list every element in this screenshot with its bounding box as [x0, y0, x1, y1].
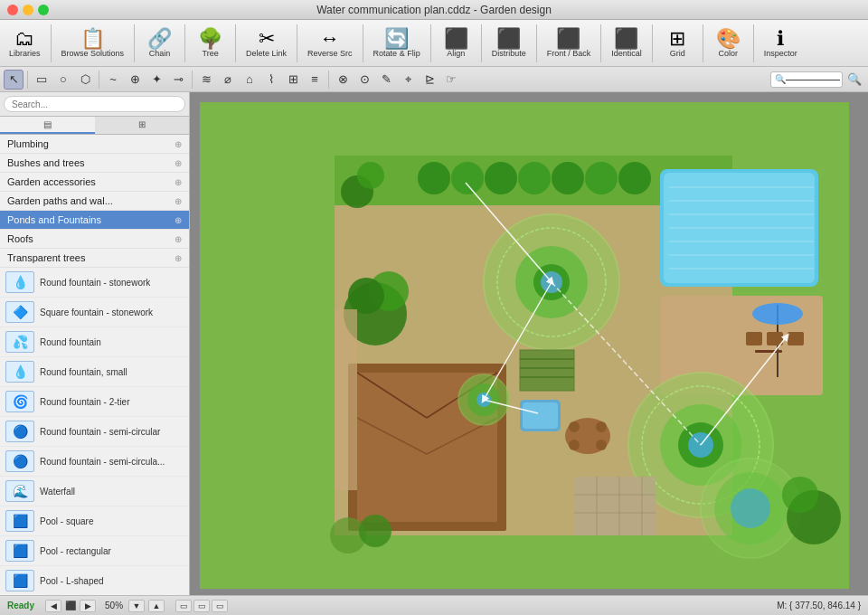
tool-btn-3[interactable]: ⬡ — [75, 70, 95, 90]
page-prev[interactable]: ◀ — [45, 600, 61, 612]
tool-btn-8[interactable]: ≋ — [196, 70, 216, 90]
shape-item-10[interactable]: 🟦 Pool - L-shaped — [0, 566, 189, 595]
svg-point-31 — [618, 162, 651, 194]
tool-btn-12[interactable]: ⊞ — [283, 70, 303, 90]
category-label-4: Ponds and Fountains — [7, 214, 101, 225]
toolbar-btn-front-/-back[interactable]: ⬛ Front / Back — [542, 27, 597, 60]
page-next[interactable]: ▶ — [80, 600, 96, 612]
category-item-5[interactable]: Roofs ⊕ — [0, 230, 189, 249]
zoom-level: 50% — [105, 601, 123, 610]
tool-btn-19[interactable]: ☞ — [441, 70, 461, 90]
category-item-3[interactable]: Garden paths and wal... ⊕ — [0, 192, 189, 211]
category-item-2[interactable]: Garden accessories ⊕ — [0, 173, 189, 192]
svg-point-28 — [518, 162, 551, 194]
shape-item-1[interactable]: 🔷 Square fountain - stonework — [0, 298, 189, 327]
tool-btn-1[interactable]: ▭ — [32, 70, 52, 90]
tool-btn-14[interactable]: ⊗ — [333, 70, 353, 90]
toolbar-btn-libraries[interactable]: 🗂 Libraries — [4, 27, 46, 60]
tool-btn-9[interactable]: ⌀ — [218, 70, 238, 90]
toolbar-btn-browse-solutions[interactable]: 📋 Browse Solutions — [56, 27, 130, 60]
page-view-btns: ▭ ▭ ▭ — [175, 600, 228, 612]
category-arrow-6: ⊕ — [175, 253, 182, 263]
toolbar-btn-delete-link[interactable]: ✂ Delete Link — [241, 27, 292, 60]
toolbar-btn-tree[interactable]: 🌳 Tree — [190, 27, 231, 60]
toolbar-label-6: Rotate & Flip — [373, 49, 420, 58]
shape-item-2[interactable]: 💦 Round fountain — [0, 327, 189, 357]
close-button[interactable] — [7, 5, 18, 15]
toolbar-icon-2: 🔗 — [147, 29, 172, 49]
category-arrow-1: ⊕ — [175, 158, 182, 168]
shape-item-8[interactable]: 🟦 Pool - square — [0, 506, 189, 536]
tool-btn-16[interactable]: ✎ — [376, 70, 396, 90]
traffic-lights[interactable] — [7, 5, 49, 15]
tool-btn-13[interactable]: ≡ — [305, 70, 325, 90]
canvas-area[interactable] — [190, 92, 868, 595]
svg-point-47 — [731, 488, 770, 528]
view-btn-3[interactable]: ▭ — [212, 600, 228, 612]
toolbar-label-3: Tree — [202, 49, 218, 58]
tool-btn-18[interactable]: ⊵ — [420, 70, 439, 90]
shape-item-4[interactable]: 🌀 Round fountain - 2-tier — [0, 387, 189, 417]
toolsbar: ↖▭○⬡~⊕✦⊸≋⌀⌂⌇⊞≡⊗⊙✎⌖⊵☞🔍 —————— 🔍 — [0, 67, 868, 92]
tool-btn-2[interactable]: ○ — [53, 70, 73, 90]
shape-item-3[interactable]: 💧 Round fountain, small — [0, 357, 189, 387]
category-item-4[interactable]: Ponds and Fountains ⊕ — [0, 211, 189, 230]
toolbar-btn-rotate-&-flip[interactable]: 🔄 Rotate & Flip — [368, 27, 426, 60]
toolbar-label-0: Libraries — [9, 49, 41, 58]
zoom-up[interactable]: ▲ — [148, 600, 165, 612]
toolbar-icon-4: ✂ — [259, 29, 275, 49]
category-item-1[interactable]: Bushes and trees ⊕ — [0, 154, 189, 173]
tool-btn-4[interactable]: ~ — [103, 70, 123, 90]
titlebar: Water communication plan.cddz - Garden d… — [0, 0, 868, 20]
tool-btn-15[interactable]: ⊙ — [354, 70, 374, 90]
svg-point-51 — [569, 421, 580, 432]
shape-item-7[interactable]: 🌊 Waterfall — [0, 477, 189, 506]
main-area: ▤ ⊞ Plumbing ⊕Bushes and trees ⊕Garden a… — [0, 92, 868, 595]
toolbar-btn-grid[interactable]: ⊞ Grid — [657, 27, 698, 60]
tool-btn-10[interactable]: ⌂ — [240, 70, 259, 90]
category-arrow-5: ⊕ — [175, 234, 182, 244]
tab-list[interactable]: ▤ — [0, 117, 95, 134]
toolbar-icon-9: ⬛ — [556, 29, 580, 49]
toolbar: 🗂 Libraries📋 Browse Solutions🔗 Chain🌳 Tr… — [0, 20, 868, 67]
toolbar-btn-inspector[interactable]: ℹ Inspector — [759, 27, 803, 60]
view-btn-1[interactable]: ▭ — [175, 600, 192, 612]
category-item-0[interactable]: Plumbing ⊕ — [0, 135, 189, 154]
maximize-button[interactable] — [38, 5, 49, 15]
search-input[interactable] — [4, 96, 185, 112]
tab-grid[interactable]: ⊞ — [95, 117, 190, 134]
toolbar-btn-reverse-src[interactable]: ↔ Reverse Src — [302, 27, 358, 60]
toolbar-icon-10: ⬛ — [614, 29, 638, 49]
toolbar-btn-align[interactable]: ⬛ Align — [436, 27, 476, 60]
tool-btn-5[interactable]: ⊕ — [125, 70, 145, 90]
shape-item-5[interactable]: 🔵 Round fountain - semi-circular — [0, 417, 189, 447]
tool-btn-6[interactable]: ✦ — [146, 70, 166, 90]
toolbar-btn-identical[interactable]: ⬛ Identical — [606, 27, 647, 60]
statusbar: Ready ◀ ⬛ ▶ 50% ▼ ▲ ▭ ▭ ▭ M: { 377.50, 8… — [0, 595, 868, 615]
shape-item-0[interactable]: 💧 Round fountain - stonework — [0, 268, 189, 298]
shape-thumb-5: 🔵 — [5, 421, 34, 442]
svg-rect-55 — [520, 350, 574, 391]
category-item-6[interactable]: Transparent trees ⊕ — [0, 249, 189, 268]
zoom-down[interactable]: ▼ — [128, 600, 145, 612]
zoom-in-btn[interactable]: 🔍 — [844, 70, 864, 90]
tool-btn-7[interactable]: ⊸ — [168, 70, 188, 90]
category-arrow-0: ⊕ — [175, 139, 182, 149]
tool-btn-11[interactable]: ⌇ — [261, 70, 281, 90]
toolbar-btn-distribute[interactable]: ⬛ Distribute — [486, 27, 532, 60]
shape-item-9[interactable]: 🟦 Pool - rectangular — [0, 536, 189, 566]
view-btn-2[interactable]: ▭ — [193, 600, 210, 612]
toolbar-btn-color[interactable]: 🎨 Color — [708, 27, 749, 60]
garden-canvas[interactable] — [199, 101, 850, 590]
toolbar-label-13: Inspector — [764, 49, 797, 58]
svg-rect-24 — [755, 350, 782, 353]
category-label-5: Roofs — [7, 233, 33, 244]
svg-point-27 — [485, 162, 517, 194]
shape-label-3: Round fountain, small — [40, 367, 127, 377]
shape-item-6[interactable]: 🔵 Round fountain - semi-circula... — [0, 447, 189, 477]
tool-btn-17[interactable]: ⌖ — [398, 70, 418, 90]
minimize-button[interactable] — [23, 5, 33, 15]
shape-thumb-0: 💧 — [5, 271, 34, 293]
toolbar-btn-chain[interactable]: 🔗 Chain — [139, 27, 180, 60]
tool-btn-0[interactable]: ↖ — [4, 70, 24, 90]
